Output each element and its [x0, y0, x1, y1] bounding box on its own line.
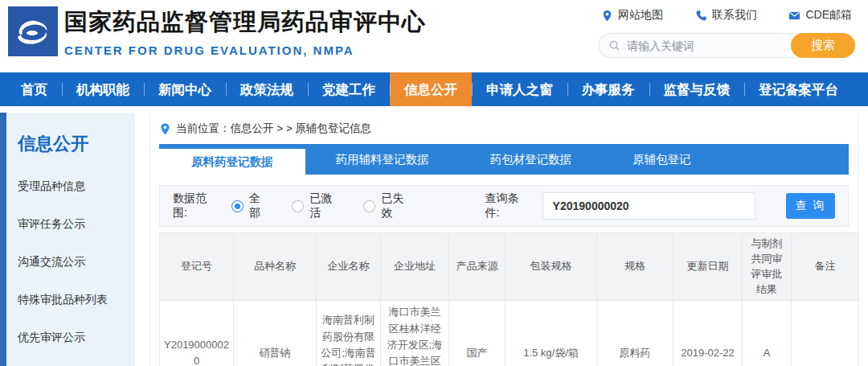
query-label: 查询条件:: [485, 191, 532, 220]
sidebar-stripe: [0, 113, 6, 366]
cell-registration-no: Y20190000020: [160, 301, 234, 366]
table-header-row: 登记号 品种名称 企业名称 企业地址 产品来源 包装规格 规格 更新日期 与制剂…: [160, 233, 859, 301]
cell-update-date: 2019-02-22: [674, 301, 743, 366]
radio-dot: [231, 200, 244, 212]
scope-radio-group: 全部 已激活 已失效: [231, 191, 414, 220]
col-header-update-date: 更新日期: [674, 233, 743, 301]
scope-label: 数据范围:: [173, 191, 220, 220]
search-button[interactable]: 搜索: [791, 33, 855, 58]
cell-spec: 原料药: [597, 301, 674, 366]
quick-links: 网站地图 联系我们 CDE邮箱: [598, 8, 855, 23]
breadcrumb-text: 当前位置：信息公开 > > 原辅包登记信息: [176, 121, 371, 136]
sidebar-item-communication[interactable]: 沟通交流公示: [18, 255, 135, 269]
col-header-company-address: 企业地址: [381, 233, 449, 301]
cde-logo: [8, 6, 58, 56]
cell-variety-name: 硝普钠: [234, 301, 317, 366]
nav-item-party[interactable]: 党建工作: [308, 72, 390, 106]
envelope-icon: [788, 10, 800, 22]
title-block: 国家药品监督管理局药品审评中心 CENTER FOR DRUG EVALUATI…: [64, 6, 426, 57]
cell-product-origin: 国产: [449, 301, 506, 366]
registration-table: 登记号 品种名称 企业名称 企业地址 产品来源 包装规格 规格 更新日期 与制剂…: [159, 232, 859, 366]
search-row: 搜索: [598, 33, 855, 58]
col-header-company-name: 企业名称: [317, 233, 381, 301]
col-header-product-origin: 产品来源: [449, 233, 506, 301]
col-header-remarks: 备注: [792, 233, 859, 301]
radio-label: 已失效: [381, 191, 414, 220]
radio-expired[interactable]: 已失效: [363, 191, 414, 220]
cell-company-name: 海南普利制药股份有限公司;海南普利制药股份有限公司: [317, 301, 381, 366]
query-button[interactable]: 查 询: [786, 193, 835, 219]
radio-all[interactable]: 全部: [231, 191, 271, 220]
nav-item-functions[interactable]: 机构职能: [62, 72, 144, 106]
filter-panel: 数据范围: 全部 已激活 已失效 查询条件: 查 询: [159, 185, 849, 227]
radio-label: 全部: [249, 191, 271, 220]
cde-mail-link[interactable]: CDE邮箱: [788, 8, 852, 23]
main-content: 当前位置：信息公开 > > 原辅包登记信息 原料药登记数据 药用辅料登记数据 药…: [149, 113, 858, 366]
tab-excipient-registration-data[interactable]: 药用辅料登记数据: [305, 144, 460, 175]
site-header: 国家药品监督管理局药品审评中心 CENTER FOR DRUG EVALUATI…: [0, 0, 868, 72]
cell-joint-review-result: A: [743, 301, 792, 366]
nav-item-services[interactable]: 办事服务: [567, 72, 649, 106]
tab-api-registration-data[interactable]: 原料药登记数据: [159, 149, 305, 175]
breadcrumb: 当前位置：信息公开 > > 原辅包登记信息: [159, 120, 849, 138]
sitemap-link[interactable]: 网站地图: [601, 8, 663, 23]
query-input[interactable]: [542, 192, 755, 220]
search-icon: [608, 39, 620, 51]
col-header-joint-review-result: 与制剂共同审评审批结果: [743, 233, 792, 301]
nav-item-home[interactable]: 首页: [6, 72, 62, 106]
tab-apief-registration[interactable]: 原辅包登记: [602, 144, 722, 175]
cell-remarks: [792, 301, 859, 366]
header-right: 网站地图 联系我们 CDE邮箱 搜索: [598, 8, 855, 58]
site-title: 国家药品监督管理局药品审评中心: [64, 6, 426, 39]
nav-item-applicant-window[interactable]: 申请人之窗: [472, 72, 567, 106]
contact-link[interactable]: 联系我们: [695, 8, 757, 23]
col-header-packaging-spec: 包装规格: [506, 233, 597, 301]
radio-label: 已激活: [309, 191, 342, 220]
sidebar-item-priority-review[interactable]: 优先审评公示: [18, 331, 135, 345]
location-pin-icon: [160, 123, 170, 135]
sidebar-item-review-tasks[interactable]: 审评任务公示: [18, 217, 135, 232]
quick-link-label: CDE邮箱: [805, 8, 852, 23]
col-header-registration-no: 登记号: [160, 233, 234, 301]
radio-dot: [292, 200, 304, 212]
col-header-spec: 规格: [597, 233, 674, 301]
tab-packaging-registration-data[interactable]: 药包材登记数据: [460, 144, 603, 175]
radio-activated[interactable]: 已激活: [292, 191, 342, 220]
radio-dot: [363, 200, 375, 212]
quick-link-label: 联系我们: [712, 8, 757, 23]
sidebar: 信息公开 受理品种信息 审评任务公示 沟通交流公示 特殊审批品种列表 优先审评公…: [0, 113, 135, 366]
quick-link-label: 网站地图: [618, 8, 663, 23]
logo-swirl-icon: [8, 6, 58, 56]
sidebar-item-accepted-varieties[interactable]: 受理品种信息: [18, 179, 135, 194]
main-nav: 首页 机构职能 新闻中心 政策法规 党建工作 信息公开 申请人之窗 办事服务 监…: [0, 72, 868, 106]
tab-bar: 原料药登记数据 药用辅料登记数据 药包材登记数据 原辅包登记: [159, 144, 849, 175]
nav-item-supervision[interactable]: 监督与反馈: [649, 72, 745, 106]
phone-icon: [695, 10, 707, 22]
sidebar-item-special-approval[interactable]: 特殊审批品种列表: [18, 293, 135, 307]
nav-item-registration-platform[interactable]: 登记备案平台: [744, 72, 853, 106]
col-header-variety-name: 品种名称: [234, 233, 317, 301]
table-row[interactable]: Y20190000020 硝普钠 海南普利制药股份有限公司;海南普利制药股份有限…: [160, 301, 859, 366]
nav-item-policies[interactable]: 政策法规: [226, 72, 308, 106]
nav-item-news[interactable]: 新闻中心: [144, 72, 226, 106]
nav-item-info-disclosure[interactable]: 信息公开: [390, 72, 472, 106]
sidebar-title: 信息公开: [18, 132, 135, 156]
search-input[interactable]: [627, 39, 764, 52]
location-pin-icon: [601, 10, 613, 22]
site-subtitle: CENTER FOR DRUG EVALUATION, NMPA: [64, 43, 426, 57]
cell-company-address: 海口市美兰区桂林洋经济开发区;海口市美兰区桂林洋经济开发区: [381, 301, 449, 366]
cell-packaging-spec: 1.5 kg/袋/箱: [506, 301, 597, 366]
